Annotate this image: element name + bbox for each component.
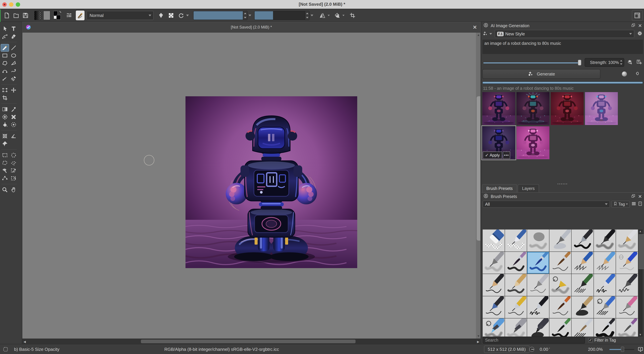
brush-preset-fountain-blue[interactable]	[594, 274, 616, 296]
generated-image-robot-1[interactable]	[482, 92, 515, 125]
brush-preset-ink-brush[interactable]	[505, 252, 527, 274]
filter-in-tag-checkbox[interactable]: ✓	[588, 338, 593, 342]
lock-icon[interactable]	[483, 193, 488, 199]
generated-image-robot-4[interactable]	[585, 92, 618, 125]
brush-preset-marker-gray[interactable]	[505, 318, 527, 336]
save-document-button[interactable]	[22, 12, 30, 20]
brush-preset-brush-orange[interactable]	[550, 296, 572, 318]
size-dropdown-arrow[interactable]	[310, 12, 314, 20]
document-close-icon[interactable]: ✕	[473, 24, 477, 30]
tool-similar-select[interactable]	[1, 167, 9, 174]
tag-button[interactable]: Tag	[611, 201, 630, 208]
scroll-up-icon[interactable]: ▲	[639, 230, 642, 233]
tool-smart-patch[interactable]	[10, 113, 18, 121]
tool-zoom[interactable]	[1, 186, 9, 194]
apply-button[interactable]: ✓Apply	[483, 152, 502, 159]
generated-image-robot-6[interactable]	[516, 126, 550, 159]
brush-preset-brush-flat[interactable]	[572, 318, 594, 336]
brush-preset-mech-pencil[interactable]	[483, 296, 505, 318]
brush-preset-pencil-lightblue[interactable]	[594, 252, 616, 274]
close-docker-icon[interactable]: ✕	[638, 194, 642, 199]
open-document-button[interactable]	[12, 12, 20, 20]
gradient-swatch-button[interactable]	[34, 11, 41, 20]
tool-color-select[interactable]	[10, 167, 18, 174]
canvas-angle-value[interactable]: 0.00 ˚	[540, 344, 550, 354]
brush-preset-marker-dark[interactable]	[527, 318, 549, 336]
brush-preset-stylus-gray[interactable]	[483, 252, 505, 274]
brush-preset-pen-tan[interactable]	[572, 296, 594, 318]
scroll-down-icon[interactable]: ▼	[477, 334, 480, 338]
tool-ellipse-select[interactable]	[10, 151, 18, 159]
brush-preset-basic-5-selected[interactable]	[527, 252, 549, 274]
tool-pattern-edit[interactable]	[1, 113, 9, 121]
brush-preset-pencil-wood[interactable]	[505, 274, 527, 296]
preserve-alpha-button[interactable]	[167, 12, 175, 20]
strength-spinbox[interactable]: Strength: 100%	[585, 58, 624, 67]
brush-preset-airbrush-soft[interactable]	[527, 229, 549, 251]
tool-gradient[interactable]	[1, 105, 9, 113]
tool-polygon-select[interactable]	[1, 159, 9, 167]
tool-transform[interactable]	[1, 86, 9, 94]
canvas-area[interactable]: ▲ ▼	[22, 33, 481, 338]
generated-image-robot-2[interactable]	[516, 92, 550, 125]
style-selector[interactable]: F.1 New Style	[495, 30, 634, 38]
tool-enclose-fill[interactable]	[10, 121, 18, 129]
list-view-icon[interactable]	[631, 201, 636, 207]
brush-preset-pencil-blue2[interactable]	[616, 252, 638, 274]
brush-preset-ballpoint[interactable]	[616, 274, 638, 296]
tool-reference-images[interactable]	[1, 140, 9, 148]
brush-preset-eraser-hard[interactable]	[483, 229, 505, 251]
float-docker-icon[interactable]	[631, 23, 636, 28]
opacity-dropdown-arrow[interactable]	[248, 12, 252, 20]
strength-slider-handle[interactable]	[578, 60, 581, 66]
docker-tab-brush-presets[interactable]: Brush Presets	[482, 184, 517, 192]
brush-preset-nib-pen-black[interactable]	[527, 296, 549, 318]
brush-preset-airbrush-pen[interactable]	[550, 229, 572, 251]
brush-preset-pencil-blue[interactable]	[572, 252, 594, 274]
rotation-icon[interactable]	[528, 344, 535, 354]
brush-preset-stylus-black[interactable]	[594, 229, 616, 251]
brush-preset-marker-blue-rake[interactable]	[594, 296, 616, 318]
tool-edit-shapes[interactable]	[1, 33, 9, 40]
mirror-h-dropdown-arrow[interactable]	[326, 12, 331, 20]
tool-freehand-path[interactable]	[10, 67, 18, 75]
opacity-slider[interactable]	[193, 11, 248, 20]
mirror-vertical-button[interactable]	[333, 12, 341, 20]
tool-rectangle[interactable]	[1, 52, 9, 59]
brush-preset-ink-pen-black[interactable]	[572, 229, 594, 251]
generated-image-robot-3[interactable]	[551, 92, 584, 125]
ai-wand-icon[interactable]	[483, 31, 488, 37]
reload-dropdown-arrow[interactable]	[185, 12, 190, 20]
zoom-slider[interactable]	[610, 344, 634, 354]
mirror-horizontal-button[interactable]	[318, 12, 326, 20]
brush-preset-pen-white[interactable]	[616, 229, 638, 251]
tool-dynamic-brush[interactable]	[1, 75, 9, 83]
tool-move[interactable]	[10, 86, 18, 94]
tool-text[interactable]	[10, 25, 18, 33]
brush-preset-pencil-tilt[interactable]	[550, 274, 572, 296]
tool-measure[interactable]	[10, 132, 18, 140]
brush-preset-pencil-black-red[interactable]	[483, 274, 505, 296]
generated-image-robot-5[interactable]: ✓Apply•••	[482, 126, 515, 159]
add-text-icon[interactable]	[636, 59, 642, 66]
brush-preset-brush-flat-black[interactable]	[594, 318, 616, 336]
zoom-value[interactable]: 200.0%	[588, 344, 603, 354]
strength-slider[interactable]	[483, 62, 580, 63]
tool-assistants[interactable]	[1, 132, 9, 140]
brush-preset-brush-loaded[interactable]	[616, 318, 638, 336]
tool-magnetic-select[interactable]	[10, 174, 18, 182]
canvas-vertical-scrollbar[interactable]: ▲ ▼	[476, 33, 480, 338]
workspace-chooser-button[interactable]	[632, 10, 643, 21]
scroll-left-icon[interactable]: ◀	[24, 340, 26, 343]
tool-freehand-select[interactable]	[10, 159, 18, 167]
tool-ellipse[interactable]	[10, 52, 18, 59]
mirror-v-dropdown-arrow[interactable]	[341, 12, 346, 20]
float-docker-icon[interactable]	[631, 194, 636, 199]
tool-color-sampler[interactable]	[10, 105, 18, 113]
tool-multibrush[interactable]	[10, 75, 18, 83]
more-options-button[interactable]: •••	[503, 152, 510, 159]
tool-rect-select[interactable]	[1, 151, 9, 159]
brush-grid-scrollbar[interactable]: ▲ ▼	[638, 229, 643, 336]
brush-search-input[interactable]: Search	[483, 336, 585, 343]
tool-polyline[interactable]	[10, 59, 18, 67]
